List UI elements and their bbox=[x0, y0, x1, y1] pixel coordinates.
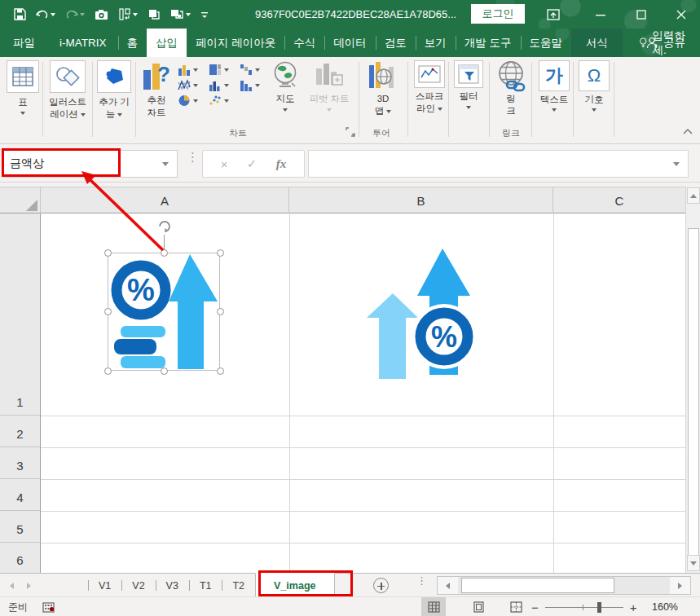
switch-windows-button[interactable] bbox=[168, 7, 193, 22]
normal-view-button[interactable] bbox=[421, 597, 446, 616]
resize-handle-ne[interactable] bbox=[217, 249, 224, 257]
sheet-tab-v1[interactable]: V1 bbox=[88, 574, 121, 597]
maximize-button[interactable] bbox=[623, 0, 660, 29]
redo-button[interactable] bbox=[63, 7, 87, 22]
row-header-5[interactable]: 5 bbox=[0, 511, 40, 543]
sheet-tab-t1[interactable]: T1 bbox=[189, 574, 222, 597]
switch-windows-caret[interactable] bbox=[186, 13, 191, 16]
formula-bar-separator[interactable]: ⋮ bbox=[187, 154, 199, 161]
pie-chart-button[interactable] bbox=[178, 95, 198, 107]
tab-view[interactable]: 보기 bbox=[416, 29, 456, 57]
resize-handle-nw[interactable] bbox=[104, 249, 112, 257]
save-button[interactable] bbox=[11, 7, 29, 22]
ribbon-display-options-button[interactable] bbox=[535, 0, 572, 29]
resize-handle-se[interactable] bbox=[217, 367, 224, 375]
paste-dropdown-caret[interactable] bbox=[133, 13, 138, 16]
resize-handle-sw[interactable] bbox=[104, 367, 112, 375]
filter-button[interactable]: 필터 bbox=[453, 60, 484, 109]
column-header-b[interactable]: B bbox=[289, 187, 553, 213]
select-all-corner[interactable] bbox=[0, 187, 41, 213]
scroll-down-button[interactable] bbox=[687, 555, 700, 571]
undo-button[interactable] bbox=[33, 7, 58, 22]
zoom-percentage[interactable]: 160% bbox=[652, 597, 678, 616]
line-chart-button[interactable] bbox=[178, 79, 198, 91]
column-chart-button[interactable] bbox=[178, 64, 198, 76]
share-button[interactable]: 공유 bbox=[638, 29, 693, 57]
sheet-tab-t2[interactable]: T2 bbox=[222, 574, 255, 597]
map-3d-button[interactable]: 3D 맵 bbox=[365, 60, 401, 117]
row-header-3[interactable]: 3 bbox=[0, 447, 40, 479]
new-sheet-button[interactable] bbox=[373, 578, 389, 593]
tab-data[interactable]: 데이터 bbox=[324, 29, 376, 57]
camera-button[interactable] bbox=[92, 7, 111, 22]
text-button[interactable]: 가 텍스트 bbox=[538, 60, 570, 112]
horizontal-scroll-thumb[interactable] bbox=[461, 578, 614, 593]
resize-handle-n[interactable] bbox=[161, 249, 168, 257]
tab-insert[interactable]: 삽입 bbox=[147, 29, 187, 57]
page-break-view-button[interactable] bbox=[504, 597, 528, 616]
resize-handle-w[interactable] bbox=[104, 308, 112, 315]
formula-bar-expand-caret[interactable] bbox=[673, 162, 680, 166]
sparkline-button[interactable]: 스파크 라인 bbox=[412, 60, 447, 115]
zoom-in-button[interactable]: + bbox=[630, 601, 637, 614]
page-layout-view-button[interactable] bbox=[466, 597, 491, 616]
waterfall-chart-button[interactable] bbox=[240, 64, 260, 76]
tab-file[interactable]: 파일 bbox=[0, 29, 48, 57]
scroll-up-button[interactable] bbox=[687, 187, 700, 204]
collapse-ribbon-button[interactable] bbox=[683, 125, 694, 134]
bar-chart-button[interactable] bbox=[209, 79, 229, 91]
table-button[interactable]: 표 bbox=[7, 60, 39, 115]
insert-function-icon[interactable]: fx bbox=[276, 157, 287, 171]
row-header-1[interactable]: 1 bbox=[0, 213, 40, 416]
vertical-scrollbar[interactable] bbox=[685, 187, 700, 573]
redo-dropdown-caret[interactable] bbox=[80, 13, 85, 16]
macro-record-icon[interactable] bbox=[42, 601, 55, 615]
column-header-a[interactable]: A bbox=[41, 187, 289, 213]
tab-home[interactable]: 홈 bbox=[118, 29, 147, 57]
resize-handle-s[interactable] bbox=[161, 367, 168, 375]
addins-button[interactable]: 추가 기 능 bbox=[95, 60, 133, 121]
cancel-icon[interactable]: × bbox=[221, 157, 228, 171]
tab-formulas[interactable]: 수식 bbox=[284, 29, 324, 57]
scroll-left-button[interactable] bbox=[438, 577, 458, 594]
name-box-caret[interactable] bbox=[162, 162, 169, 166]
horizontal-scrollbar[interactable] bbox=[437, 576, 691, 595]
row-header-4[interactable]: 4 bbox=[0, 479, 40, 511]
customize-qat-button[interactable] bbox=[198, 9, 211, 20]
tab-review[interactable]: 검토 bbox=[376, 29, 416, 57]
sheet-bar-separator[interactable]: ⋮ bbox=[416, 578, 427, 583]
selection-border[interactable] bbox=[108, 253, 220, 371]
zoom-out-button[interactable]: − bbox=[531, 601, 539, 614]
login-button[interactable]: 로그인 bbox=[471, 4, 525, 24]
minimize-button[interactable] bbox=[582, 0, 619, 29]
sheet-nav-left-icon[interactable] bbox=[10, 583, 14, 589]
picture-two-arrows-percent[interactable]: % bbox=[361, 243, 475, 381]
row-header-2[interactable]: 2 bbox=[0, 416, 40, 447]
tab-imatrix[interactable]: i-MATRIX bbox=[48, 29, 118, 57]
symbol-button[interactable]: Ω 기호 bbox=[578, 60, 610, 112]
tab-dev-tools[interactable]: 개발 도구 bbox=[456, 29, 521, 57]
tab-format-contextual[interactable]: 서식 bbox=[571, 29, 623, 57]
sheet-tab-v3[interactable]: V3 bbox=[156, 574, 189, 597]
recommended-charts-button[interactable]: ? 추천 차트 bbox=[140, 60, 173, 119]
undo-dropdown-caret[interactable] bbox=[51, 13, 55, 16]
resize-handle-e[interactable] bbox=[217, 308, 224, 315]
hierarchy-chart-button[interactable] bbox=[209, 64, 229, 76]
rotation-handle[interactable] bbox=[156, 218, 172, 234]
zoom-slider-thumb[interactable] bbox=[597, 602, 601, 613]
maps-button[interactable]: 지도 bbox=[271, 60, 300, 112]
illustrations-button[interactable]: 일러스트 레이션 bbox=[46, 60, 90, 121]
scroll-right-button[interactable] bbox=[670, 577, 690, 594]
window-arrange-button[interactable] bbox=[145, 7, 163, 22]
sheet-tab-v2[interactable]: V2 bbox=[121, 574, 155, 597]
tab-page-layout[interactable]: 페이지 레이아웃 bbox=[187, 29, 284, 57]
histogram-chart-button[interactable] bbox=[240, 79, 260, 91]
charts-dialog-launcher[interactable] bbox=[346, 127, 355, 137]
enter-icon[interactable]: ✓ bbox=[247, 156, 258, 171]
scatter-chart-button[interactable] bbox=[209, 95, 229, 107]
paste-options-button[interactable] bbox=[116, 7, 140, 22]
link-button[interactable]: 링 크 bbox=[494, 60, 528, 117]
close-button[interactable] bbox=[663, 0, 700, 29]
tab-help[interactable]: 도움말 bbox=[521, 29, 572, 57]
vertical-scroll-thumb[interactable] bbox=[688, 228, 699, 556]
